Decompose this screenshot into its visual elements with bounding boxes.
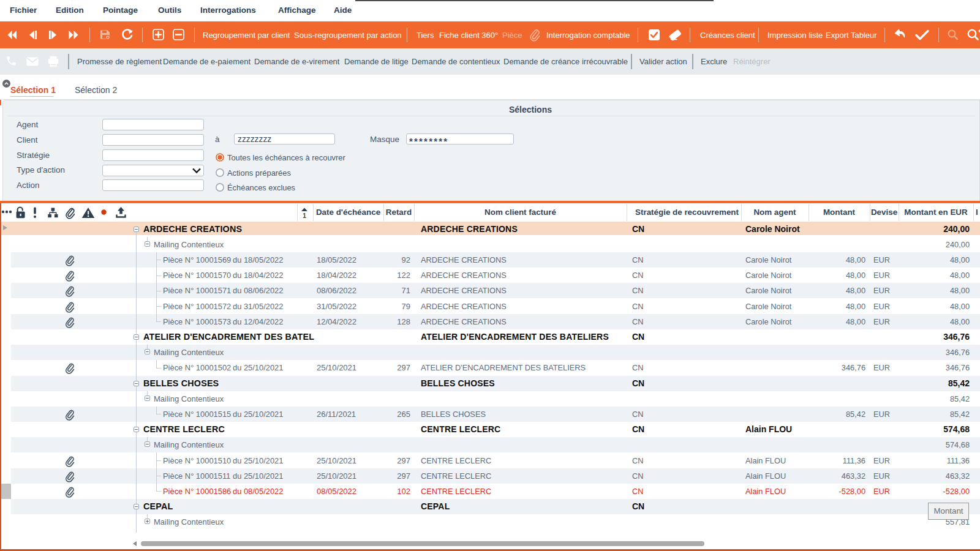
svg-text:1: 1 <box>303 212 306 219</box>
